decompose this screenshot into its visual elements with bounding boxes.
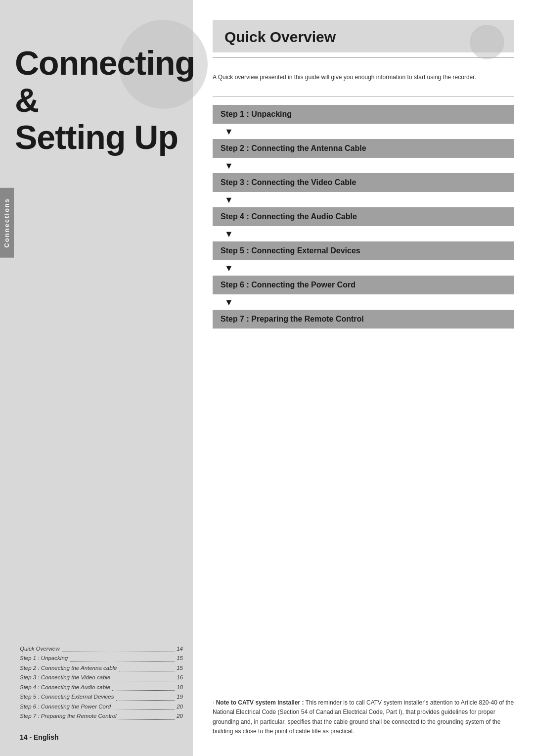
toc-item-label: Step 2 : Connecting the Antenna cable xyxy=(20,663,117,673)
toc-item-label: Quick Overview xyxy=(20,644,60,654)
right-panel: Quick Overview A Quick overview presente… xyxy=(193,0,534,756)
connections-label: Connections xyxy=(3,198,10,248)
divider xyxy=(213,57,514,58)
toc-dots xyxy=(113,701,175,710)
step-row-4: Step 4 : Connecting the Audio Cable xyxy=(213,207,514,226)
title-line1: Connecting & xyxy=(15,44,195,119)
note-bold: Note to CATV system installer : xyxy=(216,699,304,706)
toc-dots xyxy=(116,691,175,701)
step-label-1: Step 1 : Unpacking xyxy=(221,110,292,118)
step-row-5: Step 5 : Connecting External Devices xyxy=(213,241,514,260)
divider2 xyxy=(213,96,514,97)
toc-dots xyxy=(70,652,175,662)
toc-page: 20 xyxy=(177,711,183,721)
steps-container: Step 1 : Unpacking▼Step 2 : Connecting t… xyxy=(213,105,514,330)
arrow-4: ▼ xyxy=(213,227,514,241)
arrow-5: ▼ xyxy=(213,261,514,276)
toc-page: 15 xyxy=(177,663,183,673)
footer-english: 14 - English xyxy=(20,733,59,741)
title-line2: Setting Up xyxy=(15,118,178,156)
toc-item-label: Step 3 : Connecting the Video cable xyxy=(20,673,110,683)
toc-item-label: Step 7 : Preparing the Remote Control xyxy=(20,711,117,721)
step-row-2: Step 2 : Connecting the Antenna Cable xyxy=(213,139,514,158)
toc-item-label: Step 6 : Connecting the Power Cord xyxy=(20,702,111,712)
step-row-7: Step 7 : Preparing the Remote Control xyxy=(213,310,514,329)
left-panel: Connections Connecting & Setting Up Quic… xyxy=(0,0,193,756)
overview-description: A Quick overview presented in this guide… xyxy=(213,73,514,82)
connections-tab: Connections xyxy=(0,188,14,258)
toc-page: 20 xyxy=(177,702,183,712)
quick-overview-title: Quick Overview xyxy=(224,29,502,46)
page-title: Connecting & Setting Up xyxy=(15,45,178,155)
toc-section: Quick Overview 14 Step 1 : Unpacking 15 … xyxy=(20,644,183,721)
toc-dots xyxy=(112,681,175,691)
toc-item-label: Step 4 : Connecting the Audio cable xyxy=(20,683,110,693)
quick-overview-header: Quick Overview xyxy=(213,20,514,52)
toc-item-label: Step 5 : Connecting External Devices xyxy=(20,692,114,702)
toc-page: 19 xyxy=(177,692,183,702)
note-text: · Note to CATV system installer : This r… xyxy=(213,698,514,736)
arrow-1: ▼ xyxy=(213,125,514,139)
decorative-circle-right xyxy=(470,25,504,59)
step-label-6: Step 6 : Connecting the Power Cord xyxy=(221,281,356,289)
step-row-3: Step 3 : Connecting the Video Cable xyxy=(213,173,514,192)
arrow-6: ▼ xyxy=(213,295,514,310)
step-label-3: Step 3 : Connecting the Video Cable xyxy=(221,178,356,187)
toc-dots xyxy=(119,710,175,720)
toc-dots xyxy=(112,671,175,681)
step-label-7: Step 7 : Preparing the Remote Control xyxy=(221,315,364,323)
toc-page: 14 xyxy=(177,644,183,654)
toc-page: 18 xyxy=(177,683,183,693)
step-label-2: Step 2 : Connecting the Antenna Cable xyxy=(221,144,366,152)
step-label-4: Step 4 : Connecting the Audio Cable xyxy=(221,212,357,221)
toc-item: Step 7 : Preparing the Remote Control 20 xyxy=(20,711,183,721)
toc-page: 15 xyxy=(177,654,183,663)
arrow-3: ▼ xyxy=(213,193,514,207)
step-row-6: Step 6 : Connecting the Power Cord xyxy=(213,276,514,294)
toc-page: 16 xyxy=(177,673,183,683)
step-label-5: Step 5 : Connecting External Devices xyxy=(221,246,360,255)
step-row-1: Step 1 : Unpacking xyxy=(213,105,514,124)
note-section: · Note to CATV system installer : This r… xyxy=(213,683,514,736)
toc-item-label: Step 1 : Unpacking xyxy=(20,654,68,663)
toc-dots xyxy=(62,643,175,653)
toc-dots xyxy=(119,662,175,672)
arrow-2: ▼ xyxy=(213,159,514,173)
page: Connections Connecting & Setting Up Quic… xyxy=(0,0,534,756)
title-block: Connecting & Setting Up xyxy=(15,45,178,155)
